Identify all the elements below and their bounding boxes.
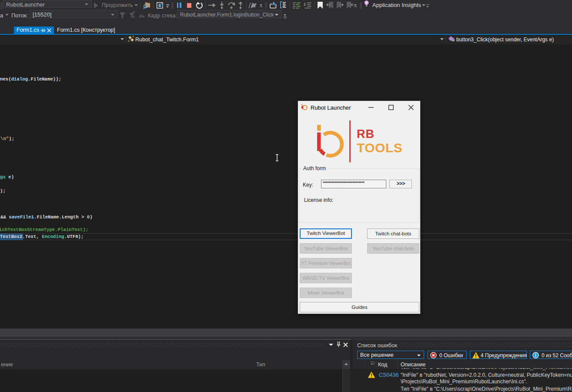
svg-text:RB: RB: [357, 127, 375, 141]
svg-text:TOOLS: TOOLS: [357, 141, 402, 155]
svg-text:2: 2: [304, 2, 306, 7]
